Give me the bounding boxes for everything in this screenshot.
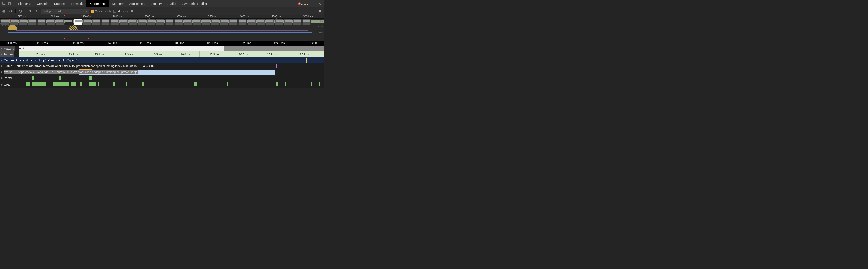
flame-bar[interactable] [59,76,61,80]
network-segment[interactable] [224,46,324,52]
warning-badge[interactable]: ▲ 1 [304,2,308,5]
frame-segment[interactable]: 15.9 ms [86,52,113,57]
flame-bar[interactable] [89,82,96,86]
flame-bar[interactable] [227,82,228,86]
flame-bar[interactable] [306,58,307,63]
garbage-collect-button[interactable] [130,9,134,13]
recording-select[interactable]: codepen.io #1 ▾ [41,8,89,14]
track-frame[interactable]: ▶ Frame — https://be43e394ad8f4d27a00abe… [0,63,324,69]
screenshot-thumb[interactable] [193,19,201,25]
overview-ruler[interactable]: 500 ms 1000 ms 1500 ms 2000 ms 2500 ms 3… [0,15,324,19]
tab-performance[interactable]: Performance [86,0,110,7]
tab-network[interactable]: Network [68,0,86,7]
screenshot-thumb[interactable] [229,19,238,25]
screenshot-thumb[interactable] [175,19,183,25]
record-button[interactable] [2,9,6,13]
screenshot-thumb[interactable] [74,19,82,25]
screenshot-thumb[interactable] [10,19,18,25]
frame-segment[interactable]: 17.3 ms [199,52,229,57]
screenshot-thumb[interactable] [284,19,292,25]
frame-segment[interactable]: 16.5 ms [143,52,172,57]
screenshot-thumb[interactable] [202,19,210,25]
frame-segment[interactable]: 16.6 ms [229,52,258,57]
screenshot-thumb[interactable] [19,19,27,25]
track-raster[interactable]: ▶ Raster [0,75,324,81]
expander-icon[interactable]: ▶ [1,83,3,86]
flame-bar[interactable] [319,82,320,86]
tab-console[interactable]: Console [34,0,51,7]
frame-segment[interactable]: 17.3 ms [113,52,143,57]
kebab-menu-icon[interactable]: ⋮ [310,1,316,6]
screenshot-thumb[interactable] [65,19,73,25]
flame-bar[interactable] [90,76,92,80]
reload-record-button[interactable] [8,9,13,13]
screenshot-thumb[interactable] [56,19,64,25]
expander-icon[interactable]: ▶ [1,59,3,61]
screenshot-thumb[interactable] [220,19,228,25]
flame-bar[interactable] [276,82,278,86]
screenshot-thumb[interactable] [293,19,302,25]
network-segment[interactable] [19,46,224,52]
close-icon[interactable]: ✕ [317,1,323,6]
tab-memory[interactable]: Memory [110,0,126,7]
track-network[interactable]: ▶ Network en.io) [0,46,324,52]
upload-profile-button[interactable] [28,9,32,13]
memory-checkbox[interactable]: Memory [113,9,128,13]
screenshot-thumb[interactable] [275,19,283,25]
flame-bar[interactable] [194,82,197,86]
tab-application[interactable]: Application [126,0,148,7]
flame-bar[interactable] [278,64,278,68]
device-toolbar-icon[interactable] [7,1,13,7]
expander-icon[interactable]: ▶ [1,65,3,67]
frame-segment[interactable]: 15.9 ms [258,52,286,57]
flame-bar[interactable] [113,82,115,86]
download-profile-button[interactable] [34,9,39,13]
tab-audits[interactable]: Audits [164,0,179,7]
flame-bar[interactable] [71,82,76,86]
expander-icon[interactable]: ▶ [1,47,2,49]
screenshot-thumb[interactable] [266,19,274,25]
screenshot-thumb[interactable] [248,19,256,25]
detail-ruler[interactable]: 1080 ms 1100 ms 1120 ms 1140 ms 1160 ms … [0,41,324,46]
flame-bar[interactable] [53,82,69,86]
error-badge[interactable]: 1 [298,2,303,5]
frame-segment[interactable]: 16.0 ms [172,52,199,57]
flame-bar[interactable] [311,82,312,86]
flame-bar[interactable] [32,76,34,80]
screenshot-thumb[interactable] [120,19,128,25]
expander-icon[interactable]: ▶ [1,77,3,79]
flame-bar[interactable] [126,82,127,86]
frame-segment[interactable]: 20.4 ms [19,52,61,57]
screenshot-thumb[interactable] [37,19,46,25]
settings-gear-icon[interactable] [318,9,322,13]
frame-segment[interactable]: 17.1 ms [286,52,324,57]
screenshot-thumb[interactable] [156,19,164,25]
screenshots-checkbox[interactable]: ✔ Screenshots [91,9,111,13]
expander-icon[interactable]: ▶ [1,71,3,73]
track-gpu[interactable]: ▶ GPU [0,81,324,89]
track-main[interactable]: ▶ Main — https://codepen.io/JoeyCai/proj… [0,57,324,63]
flame-bar[interactable] [80,82,82,86]
screenshot-thumb[interactable] [147,19,155,25]
flame-bar[interactable] [26,82,30,86]
screenshot-thumb[interactable] [92,19,100,25]
clear-button[interactable] [18,9,23,13]
expander-icon[interactable]: ▶ [1,53,2,56]
tab-security[interactable]: Security [148,0,164,7]
screenshot-thumb[interactable] [83,19,91,25]
tab-elements[interactable]: Elements [15,0,34,7]
flame-bar[interactable] [276,64,277,68]
flame-bar[interactable] [285,82,286,86]
screenshot-thumb[interactable] [184,19,192,25]
screenshot-thumb[interactable] [46,19,55,25]
inspect-element-icon[interactable] [1,1,7,7]
tab-jsprofiler[interactable]: JavaScript Profiler [179,0,210,7]
screenshot-thumb[interactable] [101,19,110,25]
flame-bar[interactable] [32,82,46,86]
screenshot-thumb[interactable] [138,19,146,25]
screenshot-thumb[interactable] [257,19,265,25]
screenshot-thumb[interactable] [165,19,174,25]
screenshot-thumb[interactable] [111,19,119,25]
screenshot-thumb[interactable] [238,19,247,25]
screenshot-thumb[interactable] [1,19,9,25]
